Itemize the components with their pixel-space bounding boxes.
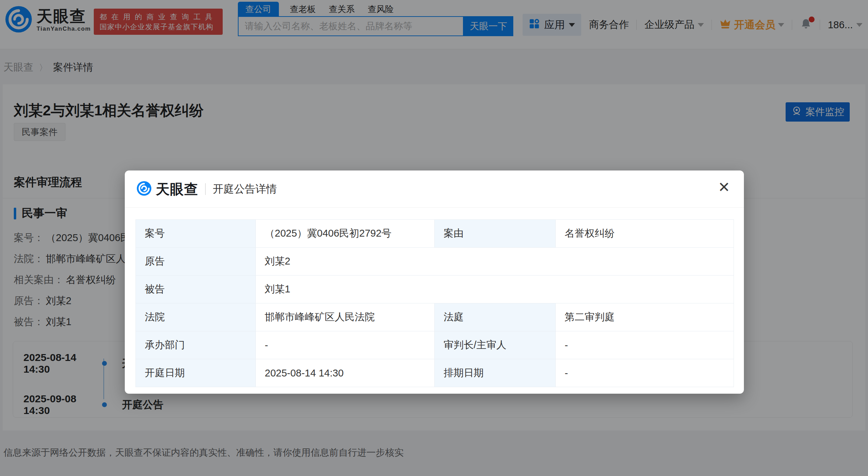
table-label: 案号	[136, 220, 256, 248]
modal-header: 天眼查 开庭公告详情 ✕	[125, 170, 744, 208]
table-value: （2025）冀0406民初2792号	[256, 220, 435, 248]
table-label: 承办部门	[136, 331, 256, 359]
table-value: -	[256, 331, 435, 359]
table-value: -	[556, 331, 734, 359]
table-value: 第二审判庭	[556, 303, 734, 331]
table-value: 2025-08-14 14:30	[256, 359, 435, 387]
modal-brand-name: 天眼查	[156, 180, 198, 199]
table-value: 邯郸市峰峰矿区人民法院	[256, 303, 435, 331]
hearing-announcement-modal: 天眼查 开庭公告详情 ✕ 案号 （2025）冀0406民初2792号 案由 名誉…	[125, 170, 744, 394]
table-label: 案由	[435, 220, 556, 248]
table-value: 名誉权纠纷	[556, 220, 734, 248]
table-value: 刘某1	[256, 276, 734, 303]
modal-title: 开庭公告详情	[213, 182, 277, 196]
table-value: -	[556, 359, 734, 387]
table-label: 法院	[136, 303, 256, 331]
close-icon[interactable]: ✕	[718, 180, 730, 195]
tianyancha-logo-icon	[137, 181, 152, 197]
table-label: 原告	[136, 248, 256, 276]
table-value: 刘某2	[256, 248, 734, 276]
table-label: 排期日期	[435, 359, 556, 387]
table-label: 被告	[136, 276, 256, 303]
table-label: 审判长/主审人	[435, 331, 556, 359]
hearing-detail-table: 案号 （2025）冀0406民初2792号 案由 名誉权纠纷 原告 刘某2 被告…	[135, 219, 734, 387]
table-label: 开庭日期	[136, 359, 256, 387]
table-label: 法庭	[435, 303, 556, 331]
modal-title-divider	[205, 183, 206, 195]
